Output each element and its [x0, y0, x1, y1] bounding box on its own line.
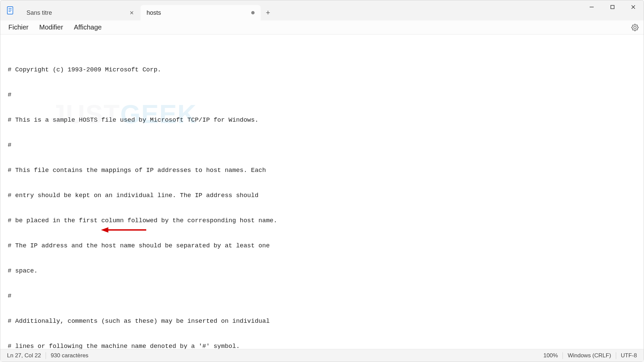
status-char-count: 930 caractères: [51, 352, 88, 359]
text-line: # This file contains the mappings of IP …: [8, 166, 636, 175]
text-line: # space.: [8, 267, 636, 275]
close-button[interactable]: [623, 0, 644, 14]
status-encoding[interactable]: UTF-8: [621, 352, 637, 359]
tab-strip: Sans titre ✕ hosts +: [20, 0, 581, 20]
menubar: Fichier Modifier Affichage: [0, 20, 644, 35]
annotation-arrow-icon: [101, 226, 148, 234]
notepad-window: Sans titre ✕ hosts + Fichier M: [0, 0, 644, 362]
new-tab-button[interactable]: +: [261, 5, 275, 20]
plus-icon: +: [266, 8, 270, 17]
text-line: # The IP address and the host name shoul…: [8, 242, 636, 250]
menu-view[interactable]: Affichage: [68, 21, 107, 33]
menu-file[interactable]: Fichier: [3, 21, 34, 33]
statusbar: Ln 27, Col 22 930 caractères 100% Window…: [0, 349, 644, 362]
window-controls: [581, 0, 644, 20]
status-eol[interactable]: Windows (CRLF): [568, 352, 611, 359]
text-line: #: [8, 91, 636, 99]
status-zoom[interactable]: 100%: [543, 352, 558, 359]
gear-icon: [631, 24, 639, 31]
text-editor[interactable]: JUSTGEEK # Copyright (c) 1993-2009 Micro…: [0, 35, 644, 349]
svg-marker-9: [101, 227, 108, 233]
app-icon: [0, 0, 20, 20]
close-icon[interactable]: ✕: [128, 10, 135, 16]
text-line: #: [8, 292, 636, 300]
svg-rect-5: [611, 5, 614, 9]
maximize-button[interactable]: [602, 0, 623, 14]
text-line: # Additionally, comments (such as these)…: [8, 317, 636, 325]
tab-title: Sans titre: [26, 9, 128, 16]
text-line: # entry should be kept on an individual …: [8, 191, 636, 200]
tab-untitled[interactable]: Sans titre ✕: [20, 5, 141, 20]
text-line: #: [8, 141, 636, 149]
maximize-icon: [610, 5, 615, 9]
tab-title: hosts: [147, 9, 249, 16]
minimize-button[interactable]: [581, 0, 602, 14]
menu-edit[interactable]: Modifier: [34, 21, 68, 33]
text-line: # lines or following the machine name de…: [8, 342, 636, 349]
minimize-icon: [589, 5, 594, 9]
dirty-indicator-icon: [251, 11, 255, 14]
titlebar: Sans titre ✕ hosts +: [0, 0, 644, 20]
status-cursor[interactable]: Ln 27, Col 22: [7, 352, 41, 359]
text-line: # This is a sample HOSTS file used by Mi…: [8, 116, 636, 124]
close-icon: [631, 5, 636, 9]
text-line: # Copyright (c) 1993-2009 Microsoft Corp…: [8, 66, 636, 74]
text-line: # be placed in the first column followed…: [8, 217, 636, 225]
settings-button[interactable]: [629, 21, 641, 34]
tab-hosts[interactable]: hosts: [141, 5, 261, 20]
